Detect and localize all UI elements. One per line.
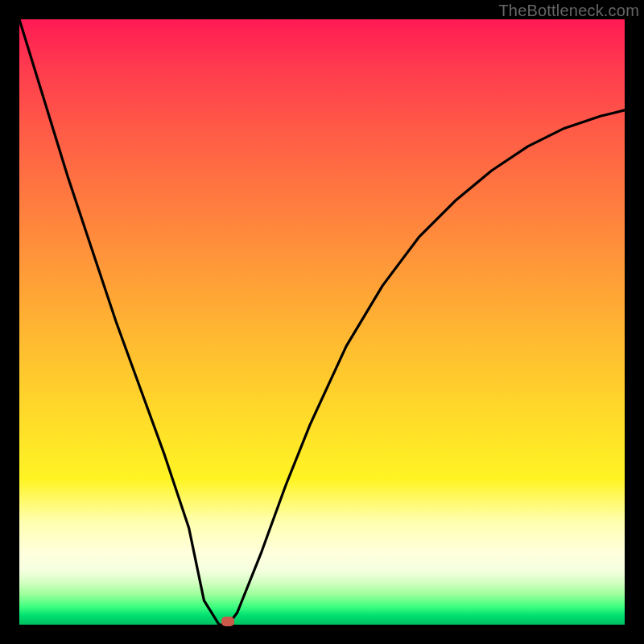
curve-layer: [19, 19, 625, 625]
plot-area: [19, 19, 625, 625]
watermark-text: TheBottleneck.com: [498, 2, 639, 20]
bottleneck-curve: [19, 19, 625, 625]
minimum-marker: [221, 617, 234, 626]
chart-frame: TheBottleneck.com: [0, 0, 644, 644]
